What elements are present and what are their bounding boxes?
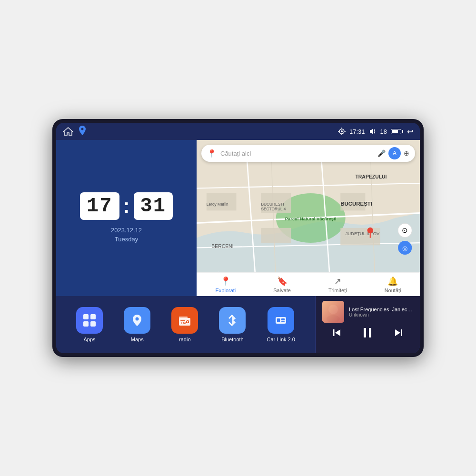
svg-rect-52 [322, 301, 344, 323]
svg-text:BUCUREȘTI: BUCUREȘTI [261, 202, 284, 207]
bottom-section: Apps Maps [56, 296, 420, 353]
app-icon-apps[interactable]: Apps [76, 307, 103, 342]
svg-text:JUDEȚUL ILFOV: JUDEȚUL ILFOV [346, 231, 380, 236]
svg-point-53 [328, 305, 338, 314]
music-top: Lost Frequencies_Janieck Devy-... Unknow… [322, 301, 413, 323]
prev-button[interactable] [332, 328, 342, 337]
music-controls [322, 327, 413, 339]
app-icon-radio[interactable]: FM radio [171, 307, 198, 342]
map-nav-explore[interactable]: 📍 Explorați [215, 276, 236, 293]
share-icon: ↗ [334, 276, 341, 287]
music-title: Lost Frequencies_Janieck Devy-... [349, 307, 413, 312]
gps-icon [338, 128, 346, 135]
svg-point-45 [187, 321, 188, 323]
back-button[interactable]: ↩ [407, 127, 413, 136]
map-pin-icon: 📍 [207, 149, 217, 158]
svg-rect-38 [90, 314, 96, 319]
svg-rect-13 [261, 228, 291, 243]
svg-text:◎: ◎ [402, 245, 407, 252]
status-left [63, 126, 87, 137]
app-icons-section: Apps Maps [56, 296, 315, 353]
svg-text:BUCUREȘTI: BUCUREȘTI [340, 201, 372, 207]
next-button[interactable] [394, 328, 403, 337]
clock-widget: 17 : 31 2023.12.12 Tuesday [56, 140, 197, 296]
apps-icon [76, 307, 103, 334]
map-widget[interactable]: Parcul Natural Văcărești TRAPEZULUI BUCU… [197, 140, 420, 296]
svg-rect-43 [179, 317, 188, 318]
maps-icon [124, 307, 150, 334]
svg-point-41 [136, 317, 139, 321]
svg-rect-50 [281, 318, 285, 320]
svg-rect-37 [83, 314, 89, 319]
svg-text:Parcul Natural Văcărești: Parcul Natural Văcărești [285, 217, 337, 221]
maps-label: Maps [131, 337, 144, 342]
apps-label: Apps [84, 337, 96, 342]
home-icon[interactable] [63, 127, 73, 136]
map-bottom-nav: 📍 Explorați 🔖 Salvate ↗ Trimiteți 🔔 [197, 272, 420, 296]
explore-icon: 📍 [220, 276, 231, 287]
svg-text:FM: FM [181, 321, 186, 325]
user-avatar[interactable]: A [388, 147, 401, 159]
news-icon: 🔔 [387, 276, 398, 287]
clock-minutes: 31 [134, 192, 173, 220]
svg-text:Leroy Merlin: Leroy Merlin [207, 202, 228, 207]
svg-rect-51 [281, 321, 285, 322]
clock-digits: 17 : 31 [80, 192, 173, 220]
svg-text:⊙: ⊙ [402, 227, 408, 234]
svg-marker-56 [335, 329, 340, 336]
map-nav-news[interactable]: 🔔 Noutăți [385, 276, 401, 293]
map-nav-saved[interactable]: 🔖 Salvate [273, 276, 291, 293]
svg-rect-57 [364, 328, 366, 337]
app-icon-bluetooth[interactable]: Bluetooth [219, 307, 246, 342]
share-label: Trimiteți [328, 288, 347, 293]
music-artist: Unknown [349, 312, 413, 317]
svg-rect-15 [340, 228, 380, 245]
clock-hours: 17 [80, 192, 119, 220]
status-right: 17:31 18 ↩ [338, 127, 413, 136]
svg-rect-39 [83, 321, 89, 327]
carlink-label: Car Link 2.0 [267, 337, 295, 342]
music-info: Lost Frequencies_Janieck Devy-... Unknow… [349, 307, 413, 317]
news-label: Noutăți [385, 288, 401, 293]
svg-rect-55 [333, 329, 335, 336]
svg-marker-0 [63, 128, 73, 135]
album-art [322, 301, 344, 323]
saved-icon: 🔖 [277, 276, 288, 287]
bluetooth-label: Bluetooth [221, 337, 243, 342]
time-display: 17:31 [349, 128, 365, 135]
saved-label: Salvate [273, 288, 291, 293]
maps-status-icon[interactable] [78, 126, 87, 137]
car-head-unit: 17:31 18 ↩ [52, 119, 424, 357]
map-search-input[interactable]: Căutați aici [220, 150, 374, 157]
bluetooth-icon [219, 307, 246, 334]
svg-marker-60 [395, 329, 400, 336]
app-icon-carlink[interactable]: Car Link 2.0 [267, 307, 295, 342]
map-search-icons: 🎤 A ⊕ [377, 147, 409, 159]
svg-text:TRAPEZULUI: TRAPEZULUI [356, 174, 387, 179]
svg-point-2 [341, 130, 343, 132]
map-search-bar[interactable]: 📍 Căutați aici 🎤 A ⊕ [201, 145, 415, 162]
mic-icon[interactable]: 🎤 [377, 149, 386, 157]
app-icon-maps[interactable]: Maps [124, 307, 150, 342]
volume-icon [369, 128, 377, 135]
svg-text:SECTORUL 4: SECTORUL 4 [261, 207, 286, 211]
music-player: Lost Frequencies_Janieck Devy-... Unknow… [315, 296, 420, 353]
radio-icon: FM [171, 307, 198, 334]
volume-level: 18 [380, 128, 387, 135]
clock-date: 2023.12.12 Tuesday [111, 226, 142, 244]
svg-point-54 [327, 315, 340, 323]
svg-text:BERCENI: BERCENI [211, 244, 233, 249]
battery-icon [391, 129, 403, 134]
explore-label: Explorați [215, 288, 236, 293]
map-nav-share[interactable]: ↗ Trimiteți [328, 276, 347, 293]
top-section: 17 : 31 2023.12.12 Tuesday [56, 140, 420, 296]
status-bar: 17:31 18 ↩ [56, 123, 420, 140]
map-layers-icon[interactable]: ⊕ [404, 149, 409, 157]
clock-colon: : [123, 195, 130, 218]
svg-rect-40 [90, 321, 96, 327]
play-pause-button[interactable] [361, 327, 374, 339]
device-screen: 17:31 18 ↩ [56, 123, 420, 353]
svg-rect-58 [369, 328, 371, 337]
svg-rect-59 [401, 329, 403, 336]
content-area: 17 : 31 2023.12.12 Tuesday [56, 140, 420, 353]
